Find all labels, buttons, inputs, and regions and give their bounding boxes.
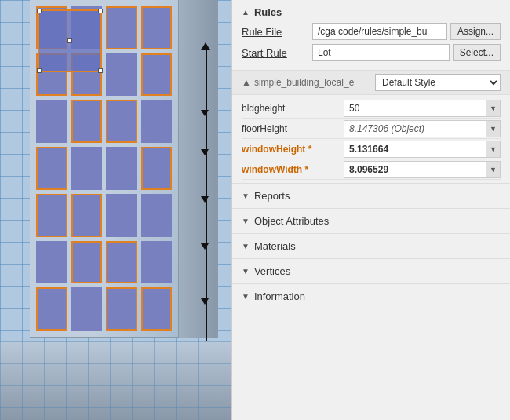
axis-line-vertical [206,47,207,385]
attr-row-bldgheight: bldgheight ▼ [242,98,501,119]
arrow-head-up [201,42,210,50]
style-chevron-icon: ▲ [242,77,251,88]
attr-row-floorheight: floorHeight ▼ [242,119,501,139]
window-cell [141,194,173,237]
vertices-header[interactable]: ▼ Vertices [232,259,510,283]
window-cell [36,241,67,284]
window-cell [36,100,67,143]
ground-grid [0,341,231,420]
attr-input-bldgheight[interactable] [344,100,486,117]
arrow-marker-5 [201,298,209,305]
object-attributes-section: ▼ Object Attributes [232,208,510,233]
materials-section: ▼ Materials [232,233,510,258]
ground-plane [0,341,231,420]
attr-name-bldgheight: bldgheight [242,103,344,114]
information-title: Information [254,290,305,302]
rule-file-row: Rule File Assign... [242,23,501,40]
handle-br[interactable] [98,68,103,73]
rules-title: Rules [254,6,282,18]
style-select[interactable]: Default Style [375,74,501,91]
window-cell [141,6,173,49]
attributes-table: bldgheight ▼ floorHeight ▼ windowHeight … [232,95,510,183]
window-cell [106,53,137,97]
start-rule-label[interactable]: Start Rule [242,47,312,59]
handle-tl[interactable] [37,9,42,13]
rule-file-input-wrap: Assign... [312,23,501,40]
handle-bl[interactable] [37,68,42,73]
attr-name-floorheight: floorHeight [242,123,344,134]
materials-title: Materials [254,240,296,252]
attr-name-windowheight: windowHeight * [242,144,344,155]
rule-file-input[interactable] [312,23,447,40]
window-cell [36,287,67,331]
handle-center[interactable] [67,38,72,43]
object-attributes-title: Object Attributes [254,215,329,227]
assign-button[interactable]: Assign... [450,23,501,40]
attr-value-wrap-windowheight: ▼ [344,141,501,158]
attr-dropdown-floorheight[interactable]: ▼ [486,120,501,137]
window-cell [106,100,137,143]
attr-input-windowwidth[interactable] [344,161,486,178]
attr-value-wrap-bldgheight: ▼ [344,100,501,117]
rules-form: Rule File Assign... Start Rule Select... [232,21,510,70]
style-row: ▲ simple_building_local_e Default Style [232,70,510,95]
attr-row-windowheight: windowHeight * ▼ [242,139,501,159]
vertices-chevron-icon: ▼ [242,267,250,276]
start-rule-row: Start Rule Select... [242,44,501,61]
object-attributes-header[interactable]: ▼ Object Attributes [232,209,510,233]
arrow-marker-2 [201,149,209,155]
information-section: ▼ Information [232,283,510,309]
building-side [179,0,218,338]
3d-viewport[interactable] [0,0,231,420]
attr-value-wrap-windowwidth: ▼ [344,161,501,178]
reports-title: Reports [254,190,290,202]
attr-dropdown-windowheight[interactable]: ▼ [486,141,501,158]
select-button[interactable]: Select... [453,44,501,61]
vertices-title: Vertices [254,265,290,277]
selected-object-rect [38,9,102,72]
rules-chevron-icon: ▲ [242,8,250,16]
start-rule-input[interactable] [312,44,450,61]
window-cell [141,287,173,331]
window-cell [106,6,137,49]
rules-section-header: ▲ Rules [232,0,510,21]
attr-name-windowwidth: windowWidth * [242,164,344,175]
window-cell [71,241,103,284]
properties-panel: ▲ Rules Rule File Assign... Start Rule S… [231,0,510,420]
materials-header[interactable]: ▼ Materials [232,234,510,258]
style-label: ▲ simple_building_local_e [242,77,375,88]
rule-file-label[interactable]: Rule File [242,26,312,38]
handle-tr[interactable] [98,9,103,13]
window-cell [71,100,103,143]
information-chevron-icon: ▼ [242,292,250,301]
window-cell [106,241,137,284]
window-cell [141,241,173,284]
reports-header[interactable]: ▼ Reports [232,184,510,208]
arrow-marker-3 [201,196,209,203]
arrow-marker-4 [201,243,209,250]
window-cell [141,147,173,190]
attr-input-floorheight[interactable] [344,120,486,137]
style-name: simple_building_local_e [254,77,354,88]
window-cell [141,100,173,143]
information-header[interactable]: ▼ Information [232,284,510,309]
window-cell [71,287,103,331]
window-cell [71,147,103,190]
building-facade [30,0,179,338]
window-cell [36,147,67,190]
attr-input-windowheight[interactable] [344,141,486,158]
attr-value-wrap-floorheight: ▼ [344,120,501,137]
object-attributes-chevron-icon: ▼ [242,217,250,225]
window-cell [106,147,137,190]
attr-dropdown-bldgheight[interactable]: ▼ [486,100,501,117]
window-cell [141,53,173,97]
attr-dropdown-windowwidth[interactable]: ▼ [486,161,501,178]
materials-chevron-icon: ▼ [242,242,250,250]
window-cell [71,194,103,237]
start-rule-input-wrap: Select... [312,44,501,61]
attr-row-windowwidth: windowWidth * ▼ [242,159,501,180]
window-cell [36,194,67,237]
reports-chevron-icon: ▼ [242,192,250,200]
reports-section: ▼ Reports [232,183,510,208]
window-cell [106,194,137,237]
